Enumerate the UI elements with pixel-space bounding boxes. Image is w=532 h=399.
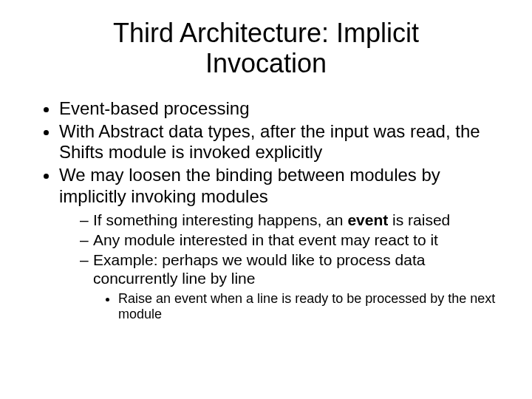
slide-title: Third Architecture: Implicit Invocation [59, 18, 473, 79]
sub-bullet-item: Example: perhaps we would like to proces… [80, 250, 502, 323]
bullet-item: We may loosen the binding between module… [59, 165, 502, 323]
bullet-text: We may loosen the binding between module… [59, 165, 440, 206]
bullet-item: With Abstract data types, after the inpu… [59, 121, 502, 164]
sub-bullet-item: Any module interested in that event may … [80, 231, 502, 249]
sub-sub-bullet-list: Raise an event when a line is ready to b… [93, 291, 502, 323]
sub-bullet-text: If something interesting happens, an [93, 211, 347, 228]
sub-bullet-bold: event [347, 211, 388, 228]
sub-sub-bullet-item: Raise an event when a line is ready to b… [118, 291, 502, 323]
slide: Third Architecture: Implicit Invocation … [0, 0, 532, 399]
bullet-list: Event-based processing With Abstract dat… [30, 98, 502, 323]
sub-bullet-item: If something interesting happens, an eve… [80, 211, 502, 229]
bullet-item: Event-based processing [59, 98, 502, 120]
sub-bullet-text: is raised [388, 211, 450, 228]
sub-bullet-list: If something interesting happens, an eve… [59, 211, 502, 323]
sub-bullet-text: Example: perhaps we would like to proces… [93, 251, 425, 287]
